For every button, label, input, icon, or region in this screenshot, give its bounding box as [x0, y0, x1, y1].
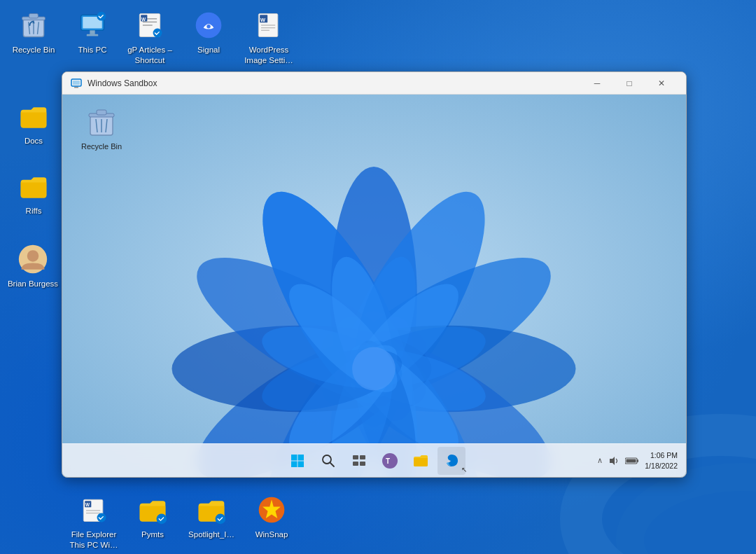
window-title: Windows Sandbox — [88, 78, 581, 88]
svg-text:W: W — [85, 502, 90, 507]
sandbox-clock[interactable]: 1:06 PM 1/18/2022 — [645, 450, 678, 470]
svg-rect-76 — [353, 455, 358, 459]
svg-text:W: W — [141, 17, 146, 22]
recycle-bin-label: Recycle Bin — [13, 45, 55, 55]
desktop-icon-signal[interactable]: Signal — [181, 6, 237, 58]
close-button[interactable]: ✕ — [645, 72, 678, 95]
window-titlebar: Windows Sandbox ─ □ ✕ — [62, 72, 686, 95]
svg-rect-72 — [291, 461, 298, 467]
svg-rect-8 — [87, 34, 99, 36]
pymts-folder-icon — [136, 493, 169, 527]
desktop-icon-brian-burgess[interactable]: Brian Burgess — [2, 240, 64, 292]
svg-marker-82 — [610, 457, 615, 465]
sandbox-recycle-bin[interactable]: Recycle Bin — [76, 103, 127, 153]
svg-rect-70 — [291, 455, 298, 461]
winsnap-label: WinSnap — [255, 529, 288, 540]
win11-bloom-svg — [62, 95, 686, 477]
spotlight-folder-icon — [195, 493, 228, 527]
svg-rect-69 — [97, 110, 106, 115]
riffs-folder-icon — [17, 169, 50, 203]
desktop-icon-winsnap[interactable]: WinSnap — [244, 490, 300, 543]
gp-articles-icon: W — [133, 8, 167, 42]
winsnap-icon — [255, 493, 288, 527]
svg-rect-39 — [74, 87, 78, 88]
svg-rect-79 — [360, 462, 365, 466]
this-pc-icon — [76, 8, 109, 42]
desktop-icon-pymts[interactable]: Pymts — [125, 490, 181, 543]
sandbox-teams-button[interactable]: T — [376, 447, 404, 475]
system-tray-expand[interactable]: ∧ — [597, 456, 603, 465]
desktop-icon-docs[interactable]: Docs — [6, 97, 62, 149]
desktop-icon-this-pc[interactable]: This PC — [64, 6, 120, 58]
gp-articles-label: gP Articles – Shortcut — [122, 45, 178, 66]
svg-text:W: W — [260, 17, 265, 23]
sandbox-recycle-bin-icon — [85, 106, 118, 139]
svg-rect-71 — [298, 455, 304, 461]
svg-rect-38 — [73, 81, 80, 85]
desktop-icon-gp-articles[interactable]: W gP Articles – Shortcut — [119, 6, 181, 69]
svg-text:T: T — [386, 457, 390, 465]
svg-rect-84 — [637, 459, 638, 462]
docs-label: Docs — [24, 136, 43, 146]
file-explorer-icon: W — [77, 493, 111, 527]
svg-point-26 — [27, 250, 39, 262]
sandbox-taskbar-center: T ↖ — [284, 447, 465, 475]
sandbox-task-view-button[interactable] — [345, 447, 373, 475]
minimize-button[interactable]: ─ — [581, 72, 613, 95]
svg-rect-7 — [90, 30, 94, 34]
file-explorer-label: File Explorer This PC Wi… — [66, 529, 122, 550]
maximize-button[interactable]: □ — [613, 72, 645, 95]
sandbox-window-icon — [71, 78, 82, 89]
battery-icon — [625, 457, 639, 465]
wordpress-icon: W — [252, 8, 286, 42]
recycle-bin-icon — [17, 8, 50, 42]
wordpress-label: WordPress Image Setti… — [241, 45, 297, 66]
svg-rect-77 — [360, 455, 365, 459]
desktop-icon-riffs[interactable]: Riffs — [6, 167, 62, 219]
svg-point-74 — [323, 455, 331, 464]
svg-rect-78 — [353, 462, 358, 466]
svg-line-75 — [330, 463, 334, 466]
svg-point-18 — [206, 25, 211, 29]
spotlight-label: Spotlight_I… — [188, 529, 234, 540]
windows-start-button[interactable] — [284, 447, 312, 475]
brian-burgess-icon — [16, 242, 50, 276]
sandbox-system-tray: ∧ 1:06 PM 1/18/2022 — [597, 450, 678, 470]
sandbox-file-explorer-button[interactable] — [407, 447, 435, 475]
docs-folder-icon — [17, 99, 50, 133]
desktop-icon-spotlight[interactable]: Spotlight_I… — [183, 490, 239, 543]
desktop-icon-wordpress[interactable]: W WordPress Image Setti… — [238, 6, 300, 69]
sandbox-taskbar: T ↖ — [62, 443, 686, 477]
riffs-label: Riffs — [26, 206, 42, 216]
sandbox-recycle-bin-label: Recycle Bin — [81, 142, 122, 151]
svg-point-1 — [630, 477, 756, 554]
sandbox-background — [62, 95, 686, 477]
brian-burgess-label: Brian Burgess — [8, 279, 58, 289]
svg-rect-73 — [298, 461, 304, 467]
desktop-icon-file-explorer[interactable]: W File Explorer This PC Wi… — [63, 490, 125, 553]
volume-icon[interactable] — [608, 455, 620, 466]
window-controls: ─ □ ✕ — [581, 72, 678, 95]
this-pc-label: This PC — [78, 45, 107, 55]
svg-rect-4 — [29, 14, 38, 18]
signal-icon — [192, 8, 225, 42]
pymts-label: Pymts — [141, 529, 164, 540]
svg-point-66 — [352, 347, 396, 391]
sandbox-window: Windows Sandbox ─ □ ✕ — [62, 71, 687, 478]
cursor-indicator: ↖ — [461, 466, 467, 473]
signal-label: Signal — [197, 45, 220, 55]
sandbox-edge-button[interactable]: ↖ — [438, 447, 465, 475]
desktop-icon-recycle-bin[interactable]: Recycle Bin — [6, 6, 62, 58]
sandbox-search-button[interactable] — [314, 447, 342, 475]
svg-rect-85 — [626, 459, 636, 462]
sandbox-content: Recycle Bin — [62, 95, 686, 477]
